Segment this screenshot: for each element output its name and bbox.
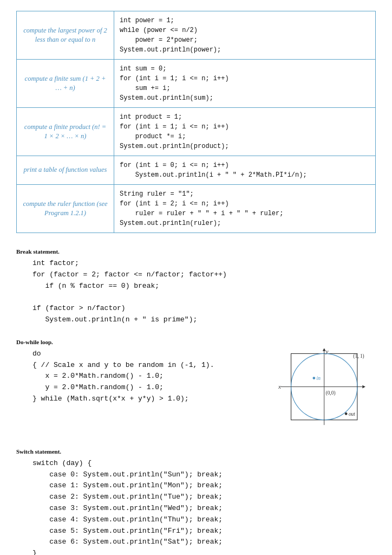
switch-code: switch (day) { case 0: System.out.printl… [32,458,376,555]
switch-label: Switch statement. [16,448,376,455]
table-code-cell: for (int i = 0; i <= n; i++) System.out.… [114,156,376,185]
table-row: compute a finite sum (1 + 2 + … + n)int … [17,60,376,108]
table-row: compute the ruler function (see Program … [17,185,376,233]
svg-text:in: in [317,376,321,381]
table-row: compute a finite product (n! = 1 × 2 × …… [17,108,376,156]
dowhile-section: do { // Scale x and y to be random in (-… [32,349,376,435]
table-code-cell: int product = 1; for (int i = 1; i <= n;… [114,108,376,156]
code-examples-table: compute the largest power of 2 less than… [16,11,376,233]
table-code-cell: String ruler = "1"; for (int i = 2; i <=… [114,185,376,233]
table-desc-cell: compute a finite sum (1 + 2 + … + n) [17,60,114,108]
table-desc-cell: compute the ruler function (see Program … [17,185,114,233]
svg-text:y: y [325,349,329,354]
circle-diagram: x y (1, 1) (0,0) in out [267,349,376,435]
table-code-cell: int power = 1; while (power <= n/2) powe… [114,11,376,60]
svg-point-10 [313,377,316,379]
svg-text:x: x [278,383,281,390]
table-desc-cell: compute a finite product (n! = 1 × 2 × …… [17,108,114,156]
svg-marker-3 [362,385,365,389]
svg-text:out: out [349,411,355,417]
svg-text:(0,0): (0,0) [326,390,336,396]
table-row: print a table of function valuesfor (int… [17,156,376,185]
table-code-cell: int sum = 0; for (int i = 1; i <= n; i++… [114,60,376,108]
svg-point-12 [345,412,348,415]
svg-text:(1, 1): (1, 1) [353,353,364,359]
table-desc-cell: compute the largest power of 2 less than… [17,11,114,60]
table-desc-cell: print a table of function values [17,156,114,185]
break-code: int factor; for (factor = 2; factor <= n… [32,258,376,326]
dowhile-label: Do-while loop. [16,339,376,345]
break-label: Break statement. [16,248,376,255]
table-row: compute the largest power of 2 less than… [17,11,376,60]
dowhile-code: do { // Scale x and y to be random in (-… [32,349,257,405]
